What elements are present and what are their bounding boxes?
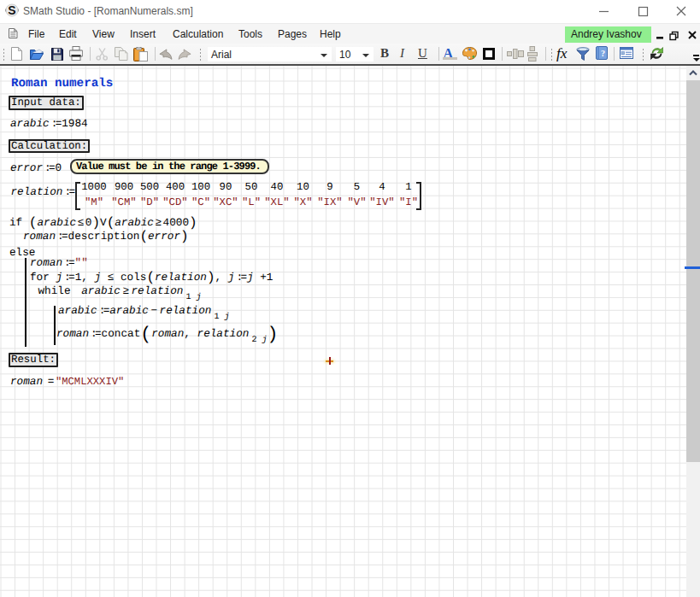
svg-text:?: ? [601,49,605,58]
svg-text:S: S [8,3,15,17]
